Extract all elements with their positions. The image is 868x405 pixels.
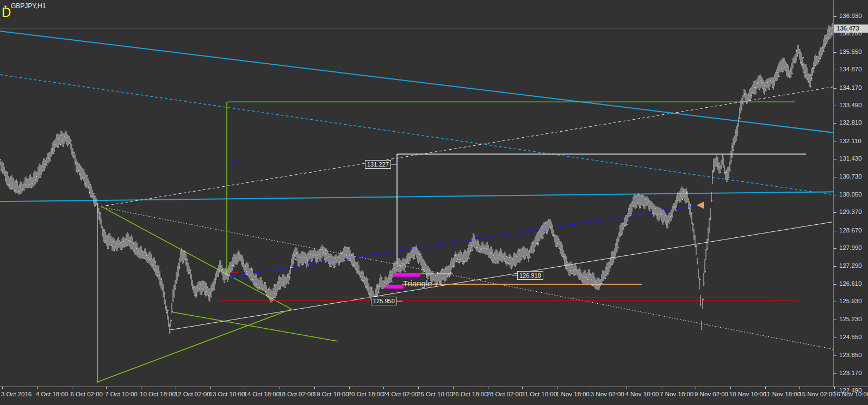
price-axis-label: 135.550 bbox=[839, 48, 862, 55]
time-axis-label: 3 Nov 02:00 bbox=[591, 391, 624, 397]
time-axis-label: 3 Oct 2016 bbox=[1, 391, 32, 397]
time-axis-tick bbox=[314, 386, 315, 389]
price-axis-label: 130.730 bbox=[839, 173, 862, 180]
time-axis-tick bbox=[557, 386, 557, 389]
price-axis-tick bbox=[834, 338, 836, 338]
price-axis-tick bbox=[834, 212, 836, 213]
price-annotation-label[interactable]: 125.950 bbox=[371, 297, 397, 305]
price-axis-tick bbox=[834, 106, 836, 106]
price-annotation-label[interactable]: 131.227 bbox=[365, 160, 391, 169]
price-axis-tick bbox=[834, 70, 836, 70]
white-dashed-channel-upper[interactable] bbox=[106, 85, 833, 206]
price-axis-label: 136.930 bbox=[839, 13, 862, 19]
time-axis-tick bbox=[592, 386, 592, 389]
time-axis-label: 10 Nov 10:00 bbox=[729, 391, 766, 397]
price-axis-tick bbox=[834, 320, 836, 320]
time-axis-tick bbox=[280, 386, 280, 389]
price-axis-label: 125.230 bbox=[839, 316, 862, 322]
time-axis-label: 11 Nov 18:00 bbox=[764, 391, 801, 397]
time-axis-label: 24 Oct 02:00 bbox=[382, 391, 418, 397]
time-axis-tick bbox=[696, 386, 696, 389]
green-minor-trendline[interactable] bbox=[173, 312, 338, 341]
pennant-upper-green[interactable] bbox=[101, 206, 292, 309]
time-axis-label: 31 Oct 10:00 bbox=[521, 391, 557, 397]
price-axis-label: 132.110 bbox=[839, 138, 861, 144]
time-axis-tick bbox=[210, 386, 211, 389]
price-axis-tick bbox=[834, 159, 836, 159]
price-axis-tick bbox=[834, 266, 836, 267]
blue-dashed-trendline[interactable] bbox=[233, 205, 699, 276]
price-axis-label: 130.050 bbox=[839, 191, 862, 198]
time-axis-label: 4 Oct 18:00 bbox=[36, 391, 68, 397]
price-axis[interactable]: 136.930136.250135.550134.870134.170133.4… bbox=[834, 0, 868, 386]
current-price-value: 136.473 bbox=[836, 25, 859, 32]
time-axis-label: 1 Nov 18:00 bbox=[556, 391, 590, 397]
price-axis-label: 123.170 bbox=[839, 370, 862, 376]
time-axis-label: 16 Nov 10:00 bbox=[833, 391, 868, 397]
time-axis-tick bbox=[522, 386, 523, 389]
time-axis-tick bbox=[72, 386, 72, 389]
time-axis-tick bbox=[2, 386, 3, 389]
price-axis-label: 132.810 bbox=[839, 119, 862, 126]
price-axis-label: 126.610 bbox=[839, 280, 862, 287]
time-axis-label: 12 Oct 02:00 bbox=[175, 391, 210, 397]
white-support-trendline[interactable] bbox=[170, 222, 832, 330]
price-axis-label: 131.430 bbox=[839, 155, 862, 162]
white-dotted-channel-lower[interactable] bbox=[101, 207, 833, 351]
chart-plot-area[interactable]: ▼ GBPJPY,H1 D 131.227126.918125.950Trian… bbox=[0, 0, 834, 386]
price-axis-tick bbox=[834, 142, 836, 142]
time-axis-tick bbox=[418, 386, 419, 389]
time-axis-tick bbox=[730, 386, 731, 389]
time-axis-tick bbox=[106, 386, 107, 389]
time-axis[interactable]: 3 Oct 20164 Oct 18:006 Oct 02:007 Oct 10… bbox=[0, 386, 868, 405]
chart-window: ▼ GBPJPY,H1 D 131.227126.918125.950Trian… bbox=[0, 0, 868, 405]
time-axis-tick bbox=[176, 386, 176, 389]
price-axis-tick bbox=[834, 355, 836, 356]
triangle-pattern-label[interactable]: Triangle bbox=[403, 279, 432, 288]
period-indicator-label[interactable]: D bbox=[2, 5, 11, 20]
time-axis-label: 18 Oct 02:00 bbox=[278, 391, 314, 397]
price-chart[interactable] bbox=[0, 0, 833, 386]
time-axis-label: 7 Oct 10:00 bbox=[105, 391, 137, 397]
time-axis-label: 9 Nov 02:00 bbox=[695, 391, 728, 397]
cyan-trendline-upper[interactable] bbox=[0, 31, 833, 134]
time-axis-tick bbox=[37, 386, 38, 389]
magenta-bar-lower[interactable] bbox=[386, 285, 404, 289]
price-axis-tick bbox=[834, 195, 836, 195]
symbol-title-label: GBPJPY,H1 bbox=[11, 2, 46, 10]
price-axis-tick bbox=[834, 177, 836, 177]
time-axis-label: 10 Oct 18:00 bbox=[140, 391, 176, 397]
price-axis-tick bbox=[834, 284, 836, 285]
time-axis-tick bbox=[141, 386, 141, 389]
time-axis-tick bbox=[349, 386, 350, 389]
time-axis-tick bbox=[453, 386, 454, 389]
time-axis-label: 4 Nov 10:00 bbox=[625, 391, 659, 397]
time-axis-tick bbox=[799, 386, 800, 389]
price-axis-label: 128.670 bbox=[839, 227, 862, 234]
cyan-trendline-lower[interactable] bbox=[0, 192, 833, 201]
time-axis-label: 26 Oct 18:00 bbox=[452, 391, 488, 397]
time-axis-label: 7 Nov 18:00 bbox=[660, 391, 693, 397]
price-axis-tick bbox=[834, 373, 836, 374]
price-axis-tick bbox=[834, 52, 836, 53]
time-axis-label: 14 Oct 18:00 bbox=[244, 391, 280, 397]
pennant-lower-green[interactable] bbox=[97, 309, 292, 382]
price-axis-tick bbox=[834, 34, 836, 34]
time-axis-label: 20 Oct 18:00 bbox=[348, 391, 384, 397]
price-axis-tick bbox=[834, 302, 836, 302]
time-axis-tick bbox=[245, 386, 245, 389]
price-annotation-label[interactable]: 126.918 bbox=[517, 271, 543, 280]
price-axis-tick bbox=[834, 88, 836, 89]
price-axis-label: 133.490 bbox=[839, 102, 862, 108]
magenta-bar-upper[interactable] bbox=[393, 273, 420, 277]
time-axis-label: 25 Oct 10:00 bbox=[417, 391, 453, 397]
time-axis-tick bbox=[834, 386, 835, 389]
time-axis-tick bbox=[661, 386, 661, 389]
price-axis-tick bbox=[834, 231, 836, 231]
time-axis-label: 28 Oct 02:00 bbox=[487, 391, 523, 397]
orange-arrow-left-icon[interactable] bbox=[697, 202, 704, 209]
time-axis-label: 15 Nov 02:00 bbox=[798, 391, 835, 397]
cyan-trendline-dashed[interactable] bbox=[0, 75, 833, 196]
time-axis-label: 19 Oct 10:00 bbox=[313, 391, 349, 397]
price-axis-label: 129.370 bbox=[839, 208, 862, 215]
